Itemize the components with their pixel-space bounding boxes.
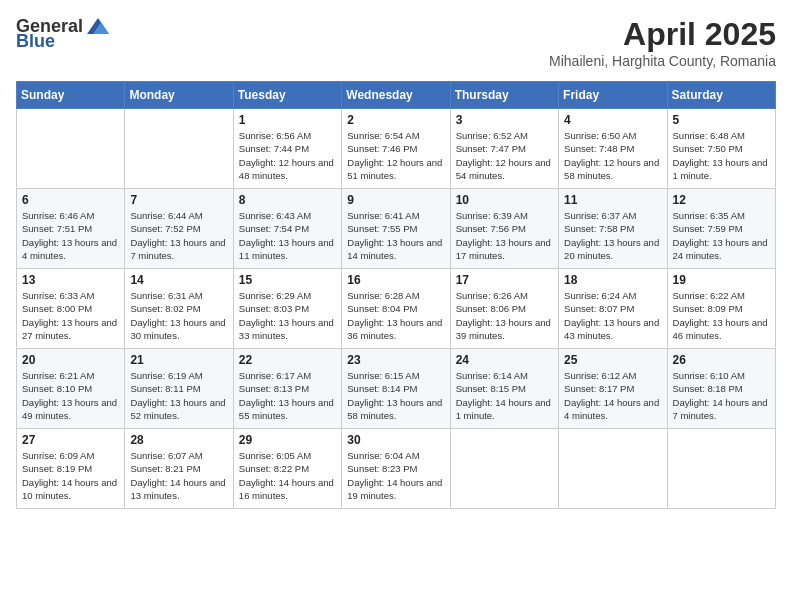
day-number: 3 [456, 113, 553, 127]
calendar-cell: 26Sunrise: 6:10 AM Sunset: 8:18 PM Dayli… [667, 349, 775, 429]
day-number: 10 [456, 193, 553, 207]
weekday-header: Sunday [17, 82, 125, 109]
calendar-week-row: 6Sunrise: 6:46 AM Sunset: 7:51 PM Daylig… [17, 189, 776, 269]
day-number: 12 [673, 193, 770, 207]
calendar-cell: 7Sunrise: 6:44 AM Sunset: 7:52 PM Daylig… [125, 189, 233, 269]
day-number: 20 [22, 353, 119, 367]
day-info: Sunrise: 6:37 AM Sunset: 7:58 PM Dayligh… [564, 209, 661, 262]
calendar-cell [125, 109, 233, 189]
day-info: Sunrise: 6:22 AM Sunset: 8:09 PM Dayligh… [673, 289, 770, 342]
logo: General Blue [16, 16, 111, 50]
location-title: Mihaileni, Harghita County, Romania [549, 53, 776, 69]
calendar-cell: 9Sunrise: 6:41 AM Sunset: 7:55 PM Daylig… [342, 189, 450, 269]
day-info: Sunrise: 6:28 AM Sunset: 8:04 PM Dayligh… [347, 289, 444, 342]
day-info: Sunrise: 6:17 AM Sunset: 8:13 PM Dayligh… [239, 369, 336, 422]
calendar-cell [450, 429, 558, 509]
calendar-cell: 21Sunrise: 6:19 AM Sunset: 8:11 PM Dayli… [125, 349, 233, 429]
day-info: Sunrise: 6:09 AM Sunset: 8:19 PM Dayligh… [22, 449, 119, 502]
weekday-header-row: SundayMondayTuesdayWednesdayThursdayFrid… [17, 82, 776, 109]
day-number: 13 [22, 273, 119, 287]
day-info: Sunrise: 6:52 AM Sunset: 7:47 PM Dayligh… [456, 129, 553, 182]
calendar-cell: 14Sunrise: 6:31 AM Sunset: 8:02 PM Dayli… [125, 269, 233, 349]
day-number: 28 [130, 433, 227, 447]
page-header: General Blue April 2025 Mihaileni, Hargh… [16, 16, 776, 69]
calendar-week-row: 20Sunrise: 6:21 AM Sunset: 8:10 PM Dayli… [17, 349, 776, 429]
day-info: Sunrise: 6:14 AM Sunset: 8:15 PM Dayligh… [456, 369, 553, 422]
weekday-header: Wednesday [342, 82, 450, 109]
day-info: Sunrise: 6:50 AM Sunset: 7:48 PM Dayligh… [564, 129, 661, 182]
calendar-cell: 2Sunrise: 6:54 AM Sunset: 7:46 PM Daylig… [342, 109, 450, 189]
calendar-cell: 16Sunrise: 6:28 AM Sunset: 8:04 PM Dayli… [342, 269, 450, 349]
weekday-header: Tuesday [233, 82, 341, 109]
day-info: Sunrise: 6:15 AM Sunset: 8:14 PM Dayligh… [347, 369, 444, 422]
calendar-week-row: 13Sunrise: 6:33 AM Sunset: 8:00 PM Dayli… [17, 269, 776, 349]
weekday-header: Saturday [667, 82, 775, 109]
weekday-header: Monday [125, 82, 233, 109]
calendar-cell: 8Sunrise: 6:43 AM Sunset: 7:54 PM Daylig… [233, 189, 341, 269]
day-info: Sunrise: 6:29 AM Sunset: 8:03 PM Dayligh… [239, 289, 336, 342]
calendar-cell [667, 429, 775, 509]
day-number: 2 [347, 113, 444, 127]
calendar-cell: 23Sunrise: 6:15 AM Sunset: 8:14 PM Dayli… [342, 349, 450, 429]
day-info: Sunrise: 6:48 AM Sunset: 7:50 PM Dayligh… [673, 129, 770, 182]
logo-icon [85, 16, 111, 36]
day-info: Sunrise: 6:07 AM Sunset: 8:21 PM Dayligh… [130, 449, 227, 502]
day-number: 26 [673, 353, 770, 367]
day-number: 19 [673, 273, 770, 287]
day-number: 16 [347, 273, 444, 287]
calendar-table: SundayMondayTuesdayWednesdayThursdayFrid… [16, 81, 776, 509]
day-info: Sunrise: 6:54 AM Sunset: 7:46 PM Dayligh… [347, 129, 444, 182]
day-number: 18 [564, 273, 661, 287]
calendar-week-row: 27Sunrise: 6:09 AM Sunset: 8:19 PM Dayli… [17, 429, 776, 509]
day-number: 6 [22, 193, 119, 207]
day-info: Sunrise: 6:04 AM Sunset: 8:23 PM Dayligh… [347, 449, 444, 502]
day-number: 1 [239, 113, 336, 127]
logo-blue: Blue [16, 32, 55, 50]
day-number: 4 [564, 113, 661, 127]
calendar-cell: 22Sunrise: 6:17 AM Sunset: 8:13 PM Dayli… [233, 349, 341, 429]
calendar-cell: 20Sunrise: 6:21 AM Sunset: 8:10 PM Dayli… [17, 349, 125, 429]
calendar-cell: 4Sunrise: 6:50 AM Sunset: 7:48 PM Daylig… [559, 109, 667, 189]
calendar-cell: 15Sunrise: 6:29 AM Sunset: 8:03 PM Dayli… [233, 269, 341, 349]
calendar-cell: 28Sunrise: 6:07 AM Sunset: 8:21 PM Dayli… [125, 429, 233, 509]
calendar-cell: 18Sunrise: 6:24 AM Sunset: 8:07 PM Dayli… [559, 269, 667, 349]
title-area: April 2025 Mihaileni, Harghita County, R… [549, 16, 776, 69]
calendar-cell: 5Sunrise: 6:48 AM Sunset: 7:50 PM Daylig… [667, 109, 775, 189]
day-info: Sunrise: 6:56 AM Sunset: 7:44 PM Dayligh… [239, 129, 336, 182]
calendar-cell: 1Sunrise: 6:56 AM Sunset: 7:44 PM Daylig… [233, 109, 341, 189]
calendar-cell [559, 429, 667, 509]
day-info: Sunrise: 6:10 AM Sunset: 8:18 PM Dayligh… [673, 369, 770, 422]
calendar-cell [17, 109, 125, 189]
weekday-header: Friday [559, 82, 667, 109]
calendar-week-row: 1Sunrise: 6:56 AM Sunset: 7:44 PM Daylig… [17, 109, 776, 189]
day-info: Sunrise: 6:46 AM Sunset: 7:51 PM Dayligh… [22, 209, 119, 262]
calendar-cell: 13Sunrise: 6:33 AM Sunset: 8:00 PM Dayli… [17, 269, 125, 349]
day-info: Sunrise: 6:21 AM Sunset: 8:10 PM Dayligh… [22, 369, 119, 422]
month-title: April 2025 [549, 16, 776, 53]
calendar-cell: 3Sunrise: 6:52 AM Sunset: 7:47 PM Daylig… [450, 109, 558, 189]
day-info: Sunrise: 6:41 AM Sunset: 7:55 PM Dayligh… [347, 209, 444, 262]
day-info: Sunrise: 6:05 AM Sunset: 8:22 PM Dayligh… [239, 449, 336, 502]
day-number: 25 [564, 353, 661, 367]
day-info: Sunrise: 6:33 AM Sunset: 8:00 PM Dayligh… [22, 289, 119, 342]
day-number: 8 [239, 193, 336, 207]
day-number: 30 [347, 433, 444, 447]
day-number: 27 [22, 433, 119, 447]
day-number: 7 [130, 193, 227, 207]
calendar-cell: 29Sunrise: 6:05 AM Sunset: 8:22 PM Dayli… [233, 429, 341, 509]
day-number: 17 [456, 273, 553, 287]
calendar-cell: 11Sunrise: 6:37 AM Sunset: 7:58 PM Dayli… [559, 189, 667, 269]
day-number: 5 [673, 113, 770, 127]
weekday-header: Thursday [450, 82, 558, 109]
day-info: Sunrise: 6:44 AM Sunset: 7:52 PM Dayligh… [130, 209, 227, 262]
day-number: 11 [564, 193, 661, 207]
calendar-cell: 24Sunrise: 6:14 AM Sunset: 8:15 PM Dayli… [450, 349, 558, 429]
calendar-cell: 6Sunrise: 6:46 AM Sunset: 7:51 PM Daylig… [17, 189, 125, 269]
day-info: Sunrise: 6:24 AM Sunset: 8:07 PM Dayligh… [564, 289, 661, 342]
day-info: Sunrise: 6:39 AM Sunset: 7:56 PM Dayligh… [456, 209, 553, 262]
calendar-cell: 19Sunrise: 6:22 AM Sunset: 8:09 PM Dayli… [667, 269, 775, 349]
day-number: 21 [130, 353, 227, 367]
day-number: 29 [239, 433, 336, 447]
calendar-cell: 25Sunrise: 6:12 AM Sunset: 8:17 PM Dayli… [559, 349, 667, 429]
calendar-cell: 30Sunrise: 6:04 AM Sunset: 8:23 PM Dayli… [342, 429, 450, 509]
